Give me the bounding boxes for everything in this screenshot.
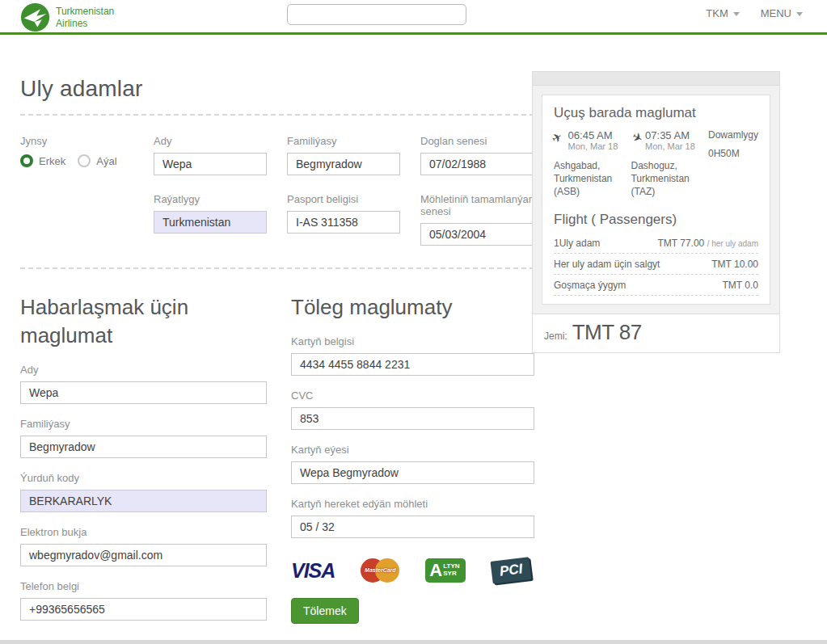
card-number-field[interactable]: [291, 353, 534, 376]
altyn-asyr-icon: A LTYN SYR: [425, 558, 465, 583]
card-holder-group: Kartyň eýesi: [291, 444, 534, 484]
phone-label: Telefon belgi: [20, 580, 267, 592]
passport-field[interactable]: [287, 211, 400, 234]
contact-last-name-label: Familiýasy: [20, 418, 267, 430]
nationality-group: Raýatlygy: [154, 193, 267, 246]
plane-landing-icon: ✈: [627, 130, 645, 153]
payment-section: Töleg maglumaty Kartyň belgisi CVC Karty…: [291, 293, 534, 624]
plane-takeoff-icon: ✈: [550, 130, 568, 153]
airline-logo[interactable]: Turkmenistan Airlines: [20, 2, 114, 32]
contact-section-title: Habarlaşmak üçin maglumat: [20, 293, 267, 350]
card-number-group: Kartyň belgisi: [291, 335, 534, 376]
chevron-down-icon: [733, 12, 740, 16]
flight-info-panel: Uçuş barada maglumat ✈ 06:45 AM Mon, Mar…: [542, 95, 770, 305]
total-value: TMT 87: [572, 320, 642, 345]
card-holder-field[interactable]: [291, 461, 534, 484]
first-name-label: Ady: [154, 135, 267, 147]
card-logos: VISA MasterCard A LTYN SYR PCI: [291, 556, 534, 585]
contact-first-name-field[interactable]: [20, 381, 267, 404]
payment-section-title: Töleg maglumaty: [291, 293, 534, 322]
airline-logo-text: Turkmenistan Airlines: [56, 6, 114, 29]
passport-expiry-label: Möhletiniň tamamlanýan senesi: [420, 193, 534, 217]
card-expiry-label: Kartyň hereket edýän möhleti: [291, 498, 534, 510]
spacer-cell: [20, 193, 133, 246]
search-input[interactable]: [287, 4, 466, 25]
gender-female-radio[interactable]: [78, 154, 91, 167]
mastercard-icon: MasterCard: [361, 558, 399, 583]
duration-label: Dowamlygy: [708, 129, 758, 141]
birth-date-group: Doglan senesi: [420, 135, 534, 175]
departure-time: 06:45 AM: [568, 129, 618, 141]
header: Turkmenistan Airlines TKM MENU: [0, 0, 827, 35]
country-code-field[interactable]: [20, 490, 267, 512]
gender-male-label: Erkek: [39, 155, 65, 167]
booking-summary-card: Uçuş barada maglumat ✈ 06:45 AM Mon, Mar…: [532, 71, 780, 353]
language-dropdown-label: TKM: [706, 7, 728, 19]
country-code-group: Ýurduň kody: [20, 472, 267, 512]
passport-expiry-group: Möhletiniň tamamlanýan senesi: [420, 193, 534, 246]
contact-section: Habarlaşmak üçin maglumat Ady Familiýasy…: [20, 293, 267, 624]
price-row-extra-fee: Goşmaça ýygym TMT 0.0: [554, 275, 758, 296]
arrival-time: 07:35 AM: [645, 129, 695, 141]
contact-first-name-label: Ady: [20, 364, 267, 376]
contact-first-name-group: Ady: [20, 364, 267, 404]
gender-female-label: Aýal: [96, 155, 116, 167]
departure-place: Ashgabad, Turkmenistan (ASB): [554, 159, 624, 199]
country-code-label: Ýurduň kody: [20, 472, 267, 484]
gender-group: Jynsy Erkek Aýal: [20, 135, 133, 175]
card-expiry-field[interactable]: [291, 516, 534, 538]
chevron-down-icon: [796, 12, 803, 16]
arrival-place: Dashoguz, Turkmenistan (TAZ): [631, 159, 701, 199]
passport-expiry-field[interactable]: [420, 223, 534, 246]
forms-column: Uly adamlar Jynsy Erkek Aýal Ady Familiý…: [20, 37, 534, 624]
language-dropdown[interactable]: TKM: [706, 7, 739, 19]
price-row-tax: Her uly adam üçin salgyt TMT 10.00: [554, 254, 758, 275]
total-panel: Jemi: TMT 87: [533, 314, 779, 352]
main-content: Uly adamlar Jynsy Erkek Aýal Ady Familiý…: [0, 37, 827, 644]
pay-button[interactable]: Tölemek: [291, 598, 359, 624]
first-name-group: Ady: [154, 135, 267, 175]
arrival-date: Mon, Mar 18: [645, 141, 695, 151]
adults-section-title: Uly adamlar: [20, 76, 534, 102]
gender-male-radio[interactable]: [20, 154, 33, 167]
contact-last-name-field[interactable]: [20, 436, 267, 458]
visa-icon: VISA: [291, 559, 335, 583]
departure-leg: ✈ 06:45 AM Mon, Mar 18 Ashgabad, Turkmen…: [554, 129, 624, 199]
birth-date-label: Doglan senesi: [420, 135, 534, 147]
phone-field[interactable]: [20, 598, 267, 621]
passport-group: Pasport beligisi: [287, 193, 400, 246]
email-field[interactable]: [20, 544, 267, 566]
passport-label: Pasport beligisi: [287, 193, 400, 205]
menu-dropdown[interactable]: MENU: [761, 7, 803, 19]
footer-bar: [0, 640, 827, 644]
header-nav: TKM MENU: [706, 7, 803, 19]
cvc-field[interactable]: [291, 407, 534, 430]
birth-date-field[interactable]: [420, 153, 534, 175]
total-label: Jemi:: [544, 330, 568, 342]
duration-value: 0H50M: [708, 148, 758, 159]
passengers-title: Flight ( Passengers): [554, 212, 758, 228]
contact-last-name-group: Familiýasy: [20, 418, 267, 458]
last-name-group: Familiýasy: [287, 135, 400, 175]
price-row-fare: 1Uly adam TMT 77.00 / her uly adam: [554, 233, 758, 254]
email-label: Elektron bukja: [20, 526, 267, 538]
pci-icon: PCI: [490, 557, 531, 584]
first-name-field[interactable]: [154, 153, 267, 175]
flight-duration: Dowamlygy 0H50M: [708, 129, 758, 199]
dashed-divider: [20, 267, 534, 269]
airline-bird-icon: [20, 2, 50, 32]
cvc-group: CVC: [291, 389, 534, 430]
menu-dropdown-label: MENU: [761, 7, 791, 19]
card-expiry-group: Kartyň hereket edýän möhleti: [291, 498, 534, 538]
phone-group: Telefon belgi: [20, 580, 267, 621]
cvc-label: CVC: [291, 389, 534, 402]
arrival-leg: ✈ 07:35 AM Mon, Mar 18 Dashoguz, Turkmen…: [631, 129, 701, 199]
nationality-field[interactable]: [154, 211, 267, 234]
nationality-label: Raýatlygy: [154, 193, 267, 205]
last-name-field[interactable]: [287, 153, 400, 175]
summary-card-header-strip: [533, 72, 779, 86]
departure-date: Mon, Mar 18: [568, 141, 618, 151]
adult-form: Jynsy Erkek Aýal Ady Familiýasy Doglan s…: [20, 135, 534, 246]
dashed-divider: [20, 114, 534, 116]
email-group: Elektron bukja: [20, 526, 267, 566]
